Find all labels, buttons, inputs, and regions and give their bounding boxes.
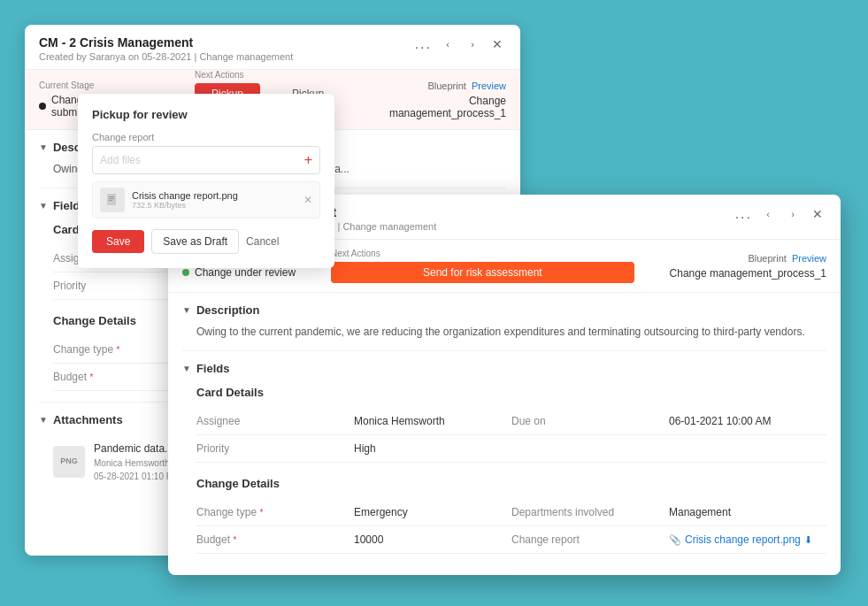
front-current-stage-value: Change under review: [182, 266, 296, 279]
front-priority-label: Priority: [196, 442, 354, 455]
back-window-close-btn[interactable]: ✕: [488, 35, 506, 53]
front-window-controls: ... ‹ › ✕: [735, 205, 826, 223]
front-change-report-link[interactable]: 📎 Crisis change report.png ⬇: [669, 533, 826, 546]
modal-dialog: Pickup for review Change report Add file…: [78, 94, 334, 268]
front-download-icon[interactable]: ⬇: [804, 534, 812, 546]
front-change-type-star: *: [259, 508, 263, 518]
back-window-title: CM - 2 Crisis Management: [39, 35, 293, 50]
back-priority-label: Priority: [53, 280, 166, 292]
back-attach-chevron: ▼: [39, 415, 48, 425]
front-description-header[interactable]: ▼ Description: [168, 293, 841, 324]
back-blueprint-link[interactable]: Preview: [472, 81, 506, 91]
back-blueprint-name: Change management_process_1: [368, 95, 506, 119]
back-desc-chevron: ▼: [39, 142, 48, 152]
front-priority-row: Priority High: [196, 435, 826, 463]
back-fields-chevron: ▼: [39, 201, 48, 211]
back-attachment-file-icon: PNG: [53, 446, 85, 478]
back-budget-star: *: [89, 372, 93, 382]
modal-file-icon: [100, 188, 125, 212]
front-window-close-btn[interactable]: ✕: [809, 205, 826, 223]
back-blueprint-label: Blueprint: [427, 81, 465, 91]
front-change-type-value: Emergency: [354, 506, 511, 518]
modal-add-icon[interactable]: +: [304, 152, 312, 168]
front-departments-value: Management: [669, 506, 826, 518]
front-blueprint-header: Blueprint Preview: [670, 253, 826, 264]
back-window-header: CM - 2 Crisis Management Created by Sara…: [25, 25, 520, 70]
front-blueprint-label: Blueprint: [748, 253, 786, 264]
front-assignee-row: Assignee Monica Hemsworth Due on 06-01-2…: [196, 408, 826, 435]
back-stage-dot: [39, 103, 46, 110]
front-due-on-label: Due on: [511, 415, 669, 427]
front-next-actions: Next Actions Send for risk assessment: [331, 249, 634, 283]
front-fields-chevron: ▼: [182, 364, 191, 373]
front-send-risk-btn[interactable]: Send for risk assessment: [331, 262, 634, 283]
modal-file-info: Crisis change report.png 732.5 KB/bytes: [132, 190, 296, 210]
front-change-report-icon: 📎: [669, 534, 681, 546]
modal-title: Pickup for review: [92, 108, 320, 121]
back-current-stage-label: Current Stage: [39, 81, 159, 90]
back-window-prev-btn[interactable]: ‹: [439, 35, 457, 53]
front-blueprint: Blueprint Preview Change management_proc…: [670, 253, 826, 280]
front-change-type-row: Change type * Emergency Departments invo…: [196, 499, 826, 526]
front-budget-star: *: [233, 535, 236, 545]
front-next-actions-label: Next Actions: [331, 249, 634, 258]
front-change-details-title: Change Details: [196, 473, 826, 490]
front-assignee-label: Assignee: [196, 415, 354, 427]
modal-cancel-btn[interactable]: Cancel: [246, 235, 279, 248]
back-next-actions-label: Next Actions: [195, 70, 333, 80]
back-budget-label: Budget *: [53, 371, 166, 383]
front-stage-dot: [182, 269, 189, 276]
front-window-content: ▼ Description Owing to the current pande…: [168, 293, 841, 575]
front-window-next-btn[interactable]: ›: [784, 205, 802, 223]
front-budget-value: 10000: [354, 533, 511, 546]
svg-rect-2: [109, 198, 114, 199]
front-change-details-subsection: Change Details Change type * Emergency D…: [196, 473, 826, 554]
back-window-dots[interactable]: ...: [415, 36, 432, 52]
modal-save-btn[interactable]: Save: [92, 230, 144, 253]
front-window-dots[interactable]: ...: [735, 206, 752, 222]
front-budget-row: Budget * 10000 Change report 📎 Crisis ch…: [196, 526, 826, 554]
back-blueprint: Blueprint Preview Change management_proc…: [368, 81, 506, 119]
front-desc-chevron: ▼: [182, 305, 191, 315]
front-card-details-title: Card Details: [196, 382, 826, 399]
back-window-controls: ... ‹ › ✕: [415, 35, 506, 53]
front-departments-label: Departments involved: [511, 506, 669, 518]
modal-file-size: 732.5 KB/bytes: [132, 201, 296, 210]
front-blueprint-name: Change management_process_1: [670, 267, 826, 280]
back-change-type-label: Change type *: [53, 343, 166, 356]
front-fields-header[interactable]: ▼ Fields: [168, 351, 841, 382]
modal-file-input[interactable]: Add files +: [92, 146, 320, 174]
front-window-prev-btn[interactable]: ‹: [759, 205, 777, 223]
back-window-subtitle: Created by Saranya on 05-28-2021 | Chang…: [39, 51, 293, 62]
modal-file-item: Crisis change report.png 732.5 KB/bytes …: [92, 181, 320, 219]
modal-draft-btn[interactable]: Save as Draft: [151, 229, 239, 254]
front-priority-value: High: [354, 442, 511, 455]
back-blueprint-header: Blueprint Preview: [368, 81, 506, 91]
svg-rect-1: [109, 196, 114, 197]
modal-file-name: Crisis change report.png: [132, 190, 296, 201]
svg-rect-3: [109, 200, 112, 201]
front-description-content: Owing to the current pandemic, we are re…: [168, 324, 841, 350]
front-due-on-value: 06-01-2021 10:00 AM: [669, 415, 826, 427]
front-change-report-label: Change report: [511, 533, 669, 546]
front-budget-label: Budget *: [196, 533, 354, 546]
back-window-title-area: CM - 2 Crisis Management Created by Sara…: [39, 35, 293, 62]
front-assignee-value: Monica Hemsworth: [354, 415, 511, 427]
front-change-type-label: Change type *: [196, 506, 354, 518]
modal-change-report-label: Change report: [92, 132, 320, 142]
back-window-next-btn[interactable]: ›: [464, 35, 481, 53]
modal-file-close-btn[interactable]: ✕: [303, 194, 312, 206]
svg-rect-0: [107, 194, 116, 205]
front-fields-content: Card Details Assignee Monica Hemsworth D…: [168, 382, 841, 564]
back-change-type-star: *: [116, 345, 119, 355]
modal-input-placeholder: Add files: [100, 154, 141, 166]
modal-actions: Save Save as Draft Cancel: [92, 229, 320, 254]
front-blueprint-link[interactable]: Preview: [792, 253, 826, 264]
